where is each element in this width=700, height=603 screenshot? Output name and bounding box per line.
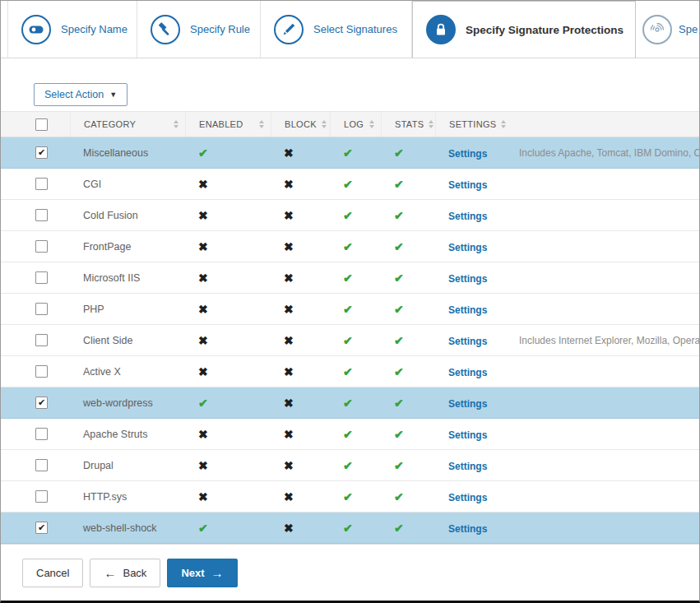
column-header-category[interactable]: CATEGORY bbox=[70, 112, 185, 137]
sort-icon[interactable] bbox=[501, 120, 506, 128]
column-header-notes bbox=[509, 112, 699, 137]
next-arrow-icon: → bbox=[211, 567, 224, 579]
enabled-status-icon: ✖ bbox=[185, 304, 271, 315]
table-row: Client Side ✖ ✖ ✔ ✔ Settings Includes In… bbox=[1, 325, 699, 356]
wizard-step-specify-name[interactable]: Specify Name bbox=[7, 1, 137, 58]
stats-status-icon: ✔ bbox=[381, 335, 435, 346]
back-arrow-icon: ← bbox=[104, 567, 116, 579]
wizard-step-label: Select Signatures bbox=[313, 23, 397, 35]
stats-status-icon: ✔ bbox=[381, 397, 435, 409]
log-status-icon: ✔ bbox=[330, 335, 381, 346]
table-row: HTTP.sys ✖ ✖ ✔ ✔ Settings bbox=[1, 481, 699, 513]
wizard-step-select-signatures[interactable]: Select Signatures bbox=[261, 1, 412, 58]
settings-link[interactable]: Settings bbox=[435, 492, 487, 503]
stats-status-icon: ✔ bbox=[381, 304, 435, 315]
settings-link[interactable]: Settings bbox=[435, 273, 487, 285]
stats-status-icon: ✔ bbox=[381, 491, 435, 503]
block-status-icon: ✖ bbox=[271, 429, 330, 440]
category-label: CGI bbox=[70, 179, 185, 190]
category-label: Client Side bbox=[70, 335, 185, 346]
enabled-status-icon: ✖ bbox=[185, 272, 271, 284]
row-checkbox[interactable] bbox=[35, 209, 48, 221]
row-checkbox[interactable]: ✔ bbox=[35, 522, 48, 534]
settings-link[interactable]: Settings bbox=[435, 304, 487, 316]
select-action-dropdown[interactable]: Select Action ▼ bbox=[34, 83, 127, 106]
select-all-checkbox[interactable] bbox=[35, 118, 48, 131]
log-status-icon: ✔ bbox=[330, 147, 381, 159]
wizard-stepper: Specify Name Specify Rule bbox=[1, 1, 699, 58]
category-label: HTTP.sys bbox=[70, 491, 185, 503]
stats-status-icon: ✔ bbox=[381, 241, 435, 253]
sort-icon[interactable] bbox=[174, 120, 178, 128]
block-status-icon: ✖ bbox=[271, 366, 330, 378]
enabled-status-icon: ✔ bbox=[185, 522, 271, 534]
settings-link[interactable]: Settings bbox=[435, 429, 487, 441]
stats-status-icon: ✔ bbox=[381, 147, 435, 159]
column-header-settings[interactable]: SETTINGS bbox=[435, 112, 509, 137]
row-checkbox[interactable] bbox=[35, 303, 48, 315]
table-row: Apache Struts ✖ ✖ ✔ ✔ Settings bbox=[1, 419, 699, 450]
settings-link[interactable]: Settings bbox=[435, 211, 487, 222]
log-status-icon: ✔ bbox=[330, 304, 381, 315]
enabled-status-icon: ✖ bbox=[185, 335, 271, 346]
row-checkbox[interactable] bbox=[35, 365, 48, 378]
row-checkbox[interactable] bbox=[35, 334, 48, 346]
category-label: FrontPage bbox=[70, 241, 185, 253]
enabled-status-icon: ✖ bbox=[185, 429, 271, 440]
category-label: Microsoft IIS bbox=[70, 272, 185, 284]
enabled-status-icon: ✖ bbox=[185, 460, 271, 471]
gavel-icon bbox=[151, 15, 180, 44]
row-checkbox[interactable] bbox=[35, 240, 48, 253]
back-button[interactable]: ← Back bbox=[90, 559, 160, 587]
column-header-enabled[interactable]: ENABLED bbox=[185, 112, 271, 137]
wizard-step-specify-signature-protections[interactable]: Specify Signature Protections bbox=[412, 1, 636, 58]
wizard-step-specify-rule[interactable]: Specify Rule bbox=[137, 1, 261, 58]
settings-link[interactable]: Settings bbox=[435, 523, 487, 535]
sort-icon[interactable] bbox=[322, 120, 327, 128]
block-status-icon: ✖ bbox=[271, 241, 330, 253]
cancel-button[interactable]: Cancel bbox=[22, 559, 83, 587]
enabled-status-icon: ✔ bbox=[185, 147, 271, 159]
pencil-icon bbox=[274, 15, 304, 44]
wizard-step-next[interactable]: Spe bbox=[636, 1, 699, 58]
next-button[interactable]: Next → bbox=[167, 559, 237, 587]
category-label: Drupal bbox=[70, 460, 185, 471]
block-status-icon: ✖ bbox=[271, 272, 330, 284]
table-row: Drupal ✖ ✖ ✔ ✔ Settings bbox=[1, 450, 699, 481]
enabled-status-icon: ✖ bbox=[185, 179, 271, 190]
wizard-step-label: Specify Signature Protections bbox=[466, 24, 624, 36]
row-checkbox[interactable]: ✔ bbox=[35, 146, 48, 159]
block-status-icon: ✖ bbox=[271, 304, 330, 315]
sort-icon[interactable] bbox=[369, 120, 374, 128]
settings-link[interactable]: Settings bbox=[435, 242, 487, 253]
log-status-icon: ✔ bbox=[330, 429, 381, 440]
settings-link[interactable]: Settings bbox=[435, 398, 487, 410]
log-status-icon: ✔ bbox=[330, 179, 381, 190]
column-header-log[interactable]: LOG bbox=[330, 112, 381, 137]
row-checkbox[interactable] bbox=[35, 271, 48, 284]
table-header: CATEGORY ENABLED BLOCK LOG STATS SETTING… bbox=[1, 111, 699, 137]
log-status-icon: ✔ bbox=[330, 241, 381, 253]
settings-link[interactable]: Settings bbox=[435, 367, 487, 378]
column-header-stats[interactable]: STATS bbox=[381, 112, 435, 137]
category-label: web-wordpress bbox=[70, 397, 185, 409]
settings-link[interactable]: Settings bbox=[435, 461, 487, 472]
settings-link[interactable]: Settings bbox=[435, 148, 487, 160]
wizard-step-label: Specify Name bbox=[61, 23, 127, 35]
row-checkbox[interactable] bbox=[35, 428, 48, 440]
table-body: ✔ Miscellaneous ✔ ✖ ✔ ✔ Settings Include… bbox=[1, 137, 699, 544]
sort-icon[interactable] bbox=[429, 120, 433, 128]
block-status-icon: ✖ bbox=[271, 147, 330, 159]
row-checkbox[interactable] bbox=[35, 178, 48, 190]
settings-link[interactable]: Settings bbox=[435, 179, 487, 191]
sort-icon[interactable] bbox=[259, 120, 264, 128]
stats-status-icon: ✔ bbox=[381, 460, 435, 471]
table-row: FrontPage ✖ ✖ ✔ ✔ Settings bbox=[1, 231, 699, 262]
row-checkbox[interactable]: ✔ bbox=[35, 397, 48, 409]
settings-link[interactable]: Settings bbox=[435, 336, 487, 347]
column-header-block[interactable]: BLOCK bbox=[271, 112, 330, 137]
row-checkbox[interactable] bbox=[35, 459, 48, 471]
row-checkbox[interactable] bbox=[35, 490, 48, 503]
category-label: web-shell-shock bbox=[70, 522, 185, 534]
enabled-status-icon: ✖ bbox=[185, 210, 271, 221]
